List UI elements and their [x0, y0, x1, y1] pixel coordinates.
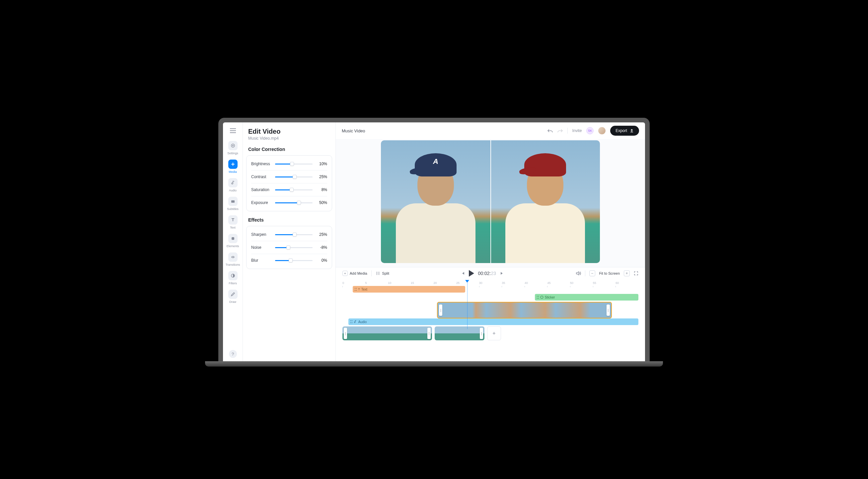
volume-button[interactable] [576, 271, 581, 276]
timeline-track-video[interactable]: | | [437, 302, 612, 318]
clip-handle-left[interactable]: | [344, 328, 347, 339]
slider-value: 25% [316, 232, 327, 237]
ruler-tick: 30 [479, 281, 502, 285]
add-clip-button[interactable]: + [487, 326, 501, 340]
svg-point-1 [232, 145, 234, 146]
svg-point-10 [538, 296, 539, 296]
sticker-icon [540, 295, 544, 299]
music-note-icon [354, 320, 357, 323]
svg-point-6 [356, 288, 357, 289]
split-icon [376, 271, 380, 276]
svg-point-11 [537, 298, 537, 298]
playhead[interactable] [465, 280, 469, 329]
slider-value: 8% [316, 187, 327, 192]
clip-handle-left[interactable]: | [439, 305, 442, 316]
svg-point-17 [352, 322, 352, 323]
ruler-tick: 5 [365, 281, 388, 285]
slider-thumb[interactable] [290, 188, 293, 192]
slider-label: Saturation [251, 187, 272, 192]
ruler-tick: 55 [593, 281, 616, 285]
user-avatar[interactable] [598, 127, 606, 134]
skip-back-button[interactable] [461, 272, 465, 275]
undo-button[interactable] [548, 128, 553, 133]
slider-thumb[interactable] [293, 175, 297, 179]
ruler-tick: 20 [433, 281, 456, 285]
redo-button[interactable] [557, 128, 563, 133]
slider-track[interactable] [275, 189, 313, 190]
zoom-in-button[interactable]: + [624, 270, 630, 276]
sidebar-item-filters[interactable]: Filters [226, 271, 240, 285]
svg-point-16 [350, 322, 351, 323]
ruler-tick: 45 [547, 281, 570, 285]
slider-track[interactable] [275, 234, 313, 235]
video-preview[interactable]: A [381, 140, 600, 263]
slider-track[interactable] [275, 177, 313, 178]
timeline-track-audio[interactable]: Audio [348, 318, 639, 325]
slider-thumb[interactable] [293, 232, 297, 236]
music-note-icon [228, 178, 238, 187]
slider-thumb[interactable] [297, 201, 301, 205]
project-name: Music Video [342, 128, 365, 133]
sidebar-item-transitions[interactable]: Transitions [226, 252, 240, 266]
slider-track[interactable] [275, 247, 313, 248]
zoom-out-button[interactable]: − [589, 270, 595, 276]
svg-rect-2 [231, 200, 235, 203]
subtitle-icon [228, 197, 238, 206]
ruler-tick: 50 [570, 281, 593, 285]
export-button[interactable]: Export [610, 126, 639, 136]
text-icon [228, 215, 238, 225]
slider-row: Exposure 50% [251, 196, 327, 209]
grip-icon [350, 320, 352, 323]
slider-row: Blur 0% [251, 254, 327, 267]
sidebar-item-media[interactable]: Media [226, 160, 240, 173]
sidebar-item-audio[interactable]: Audio [226, 178, 240, 192]
sidebar-item-settings[interactable]: Settings [226, 141, 240, 155]
svg-point-13 [540, 296, 543, 298]
svg-point-7 [355, 290, 355, 291]
ruler-tick: 15 [411, 281, 434, 285]
ruler-tick: 60 [616, 281, 639, 285]
clip-handle-right[interactable]: | [480, 328, 483, 339]
timeline-clip[interactable]: | | [342, 326, 432, 340]
add-media-button[interactable]: +Add Media [342, 271, 367, 276]
split-button[interactable]: Split [376, 271, 389, 276]
sidebar-item-elements[interactable]: Elements [226, 234, 240, 248]
slider-track[interactable] [275, 163, 313, 164]
svg-point-14 [350, 320, 351, 321]
sidebar-item-draw[interactable]: Draw [226, 290, 240, 304]
slider-row: Noise -8% [251, 241, 327, 254]
clip-handle-right[interactable]: | [607, 305, 610, 316]
help-button[interactable]: ? [229, 350, 237, 358]
timeline-clip[interactable]: | [435, 326, 485, 340]
slider-row: Contrast 25% [251, 170, 327, 184]
timeline-track-sticker[interactable]: Sticker [535, 294, 639, 300]
slider-label: Contrast [251, 174, 272, 179]
invite-label[interactable]: Invite [572, 128, 582, 133]
slider-thumb[interactable] [286, 246, 290, 250]
collaborator-avatar[interactable]: SK [586, 127, 594, 134]
section-color-correction: Color Correction [243, 147, 336, 155]
slider-row: Brightness 10% [251, 158, 327, 170]
slider-row: Sharpen 25% [251, 228, 327, 241]
slider-thumb[interactable] [289, 258, 293, 262]
play-button[interactable] [469, 270, 474, 277]
hamburger-menu-icon[interactable] [227, 125, 239, 136]
sidebar-item-subtitles[interactable]: Subtitles [226, 197, 240, 211]
timeline-track-text[interactable]: T Text [353, 286, 465, 293]
skip-forward-button[interactable] [500, 272, 504, 275]
slider-thumb[interactable] [290, 162, 294, 166]
slider-track[interactable] [275, 202, 313, 203]
contrast-icon [228, 271, 238, 280]
pencil-icon [228, 290, 238, 299]
sidebar-item-text[interactable]: Text [226, 215, 240, 229]
slider-row: Saturation 8% [251, 184, 327, 196]
fit-to-screen-button[interactable]: Fit to Screen [599, 272, 620, 275]
slider-label: Brightness [251, 162, 272, 166]
slider-track[interactable] [275, 260, 313, 261]
ruler-tick: 10 [388, 281, 411, 285]
fullscreen-button[interactable] [634, 271, 639, 276]
slider-value: 25% [316, 174, 327, 179]
svg-point-9 [537, 296, 537, 296]
clip-handle-right[interactable]: | [427, 328, 431, 339]
svg-rect-3 [231, 237, 234, 240]
